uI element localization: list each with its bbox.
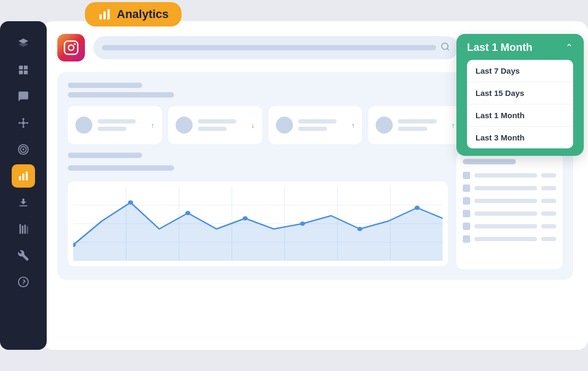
rp-dot-1 (463, 172, 470, 179)
right-panel-title (463, 159, 516, 164)
svg-point-4 (22, 121, 25, 125)
chart-point-5 (300, 222, 305, 226)
svg-rect-22 (27, 226, 28, 234)
sidebar-item-network[interactable] (12, 111, 35, 135)
chart-title-area (68, 153, 448, 175)
rp-bar-1 (474, 173, 537, 178)
stat-lines-2 (198, 119, 246, 131)
svg-rect-20 (22, 226, 23, 234)
page-title-badge: Analytics (85, 2, 181, 26)
time-selector-current: Last 1 Month (467, 41, 532, 54)
stat-line-1b (98, 127, 126, 131)
time-selector-header: Last 1 Month ⌃ (467, 41, 573, 54)
rp-row-6 (463, 235, 556, 243)
svg-point-5 (19, 122, 21, 124)
svg-rect-25 (99, 14, 101, 20)
stat-card-2: ↓ (168, 106, 262, 144)
stat-line-4b (398, 127, 427, 131)
time-options-list: Last 7 Days Last 15 Days Last 1 Month La… (467, 60, 573, 148)
stat-line-1a (98, 119, 136, 123)
rp-row-2 (463, 184, 556, 192)
rp-row-3 (463, 197, 556, 205)
sidebar-item-library[interactable] (12, 217, 35, 241)
stat-lines-4 (398, 119, 446, 131)
chart-area-fill (73, 202, 443, 261)
platform-instagram[interactable] (57, 34, 85, 61)
time-option-7days[interactable]: Last 7 Days (467, 60, 573, 82)
stat-badge-4: ↑ (452, 121, 455, 129)
svg-rect-0 (19, 66, 23, 69)
line-chart (68, 181, 448, 266)
svg-rect-19 (20, 224, 21, 234)
rp-row-5 (463, 223, 556, 230)
rp-dot-3 (463, 197, 470, 205)
stat-line-2a (198, 119, 236, 123)
svg-rect-27 (107, 9, 109, 20)
search-icon (440, 42, 450, 54)
stat-line-3a (298, 119, 336, 123)
svg-point-29 (68, 45, 74, 50)
header-bar: ⌄ Last 1 Month ⌃ Last 7 Days Last 15 Day… (57, 34, 573, 61)
chart-right (456, 153, 563, 269)
rp-val-6 (541, 237, 556, 241)
rp-row-4 (463, 210, 556, 217)
svg-rect-2 (19, 70, 23, 74)
rp-val-3 (541, 199, 556, 203)
chart-subtitle-line (68, 165, 174, 171)
sidebar-item-target[interactable] (12, 138, 35, 161)
rp-val-5 (541, 224, 556, 228)
svg-point-30 (74, 43, 76, 45)
chart-title-line (68, 153, 142, 158)
sidebar-item-dashboard[interactable] (12, 58, 35, 82)
sidebar-item-messages[interactable] (12, 85, 35, 108)
rp-val-1 (541, 173, 556, 178)
chart-point-3 (185, 211, 191, 215)
sidebar-item-download[interactable] (12, 191, 35, 214)
stat-line-4a (398, 119, 436, 123)
stat-avatar-3 (276, 117, 293, 134)
svg-rect-26 (103, 12, 106, 20)
stat-avatar-2 (176, 117, 193, 134)
rp-val-2 (541, 186, 556, 190)
rp-bar-2 (474, 186, 537, 190)
svg-point-15 (22, 148, 24, 151)
time-option-3month[interactable]: Last 3 Month (467, 127, 573, 148)
placeholder-title-1 (68, 83, 142, 88)
placeholder-subtitle-1 (68, 92, 174, 98)
svg-point-8 (22, 126, 24, 128)
rp-row-1 (463, 172, 556, 179)
sidebar-item-support[interactable] (12, 270, 35, 294)
svg-point-31 (442, 43, 448, 49)
chart-point-4 (243, 216, 248, 220)
search-bar-fill (102, 45, 436, 50)
time-option-1month[interactable]: Last 1 Month (467, 104, 573, 127)
chart-bar-icon (98, 7, 111, 21)
stat-badge-3: ↑ (351, 121, 355, 129)
stat-avatar-4 (376, 117, 393, 134)
page-title: Analytics (117, 7, 169, 21)
sidebar-item-tools[interactable] (12, 244, 35, 267)
chart-point-2 (128, 200, 133, 205)
stat-card-1: ↑ (68, 106, 162, 144)
right-panel (456, 153, 563, 269)
sidebar (0, 21, 47, 350)
stat-badge-2: ↓ (251, 121, 255, 129)
stat-avatar-1 (75, 117, 92, 134)
rp-dot-5 (463, 223, 470, 230)
rp-bar-5 (474, 224, 537, 228)
svg-rect-28 (65, 41, 78, 55)
chart-left (68, 153, 448, 269)
sidebar-item-analytics[interactable] (12, 164, 35, 188)
instagram-icon (63, 40, 79, 56)
time-option-15days[interactable]: Last 15 Days (467, 82, 573, 104)
chart-section (68, 153, 563, 269)
chart-point-6 (357, 227, 362, 231)
svg-rect-21 (24, 225, 26, 234)
time-period-selector[interactable]: Last 1 Month ⌃ Last 7 Days Last 15 Days … (456, 34, 584, 156)
search-bar[interactable] (93, 36, 459, 59)
stat-line-2b (198, 127, 227, 131)
chart-svg (73, 187, 443, 261)
sidebar-item-navigation[interactable] (12, 32, 35, 55)
svg-rect-18 (26, 172, 28, 181)
stat-badge-1: ↑ (151, 121, 154, 129)
